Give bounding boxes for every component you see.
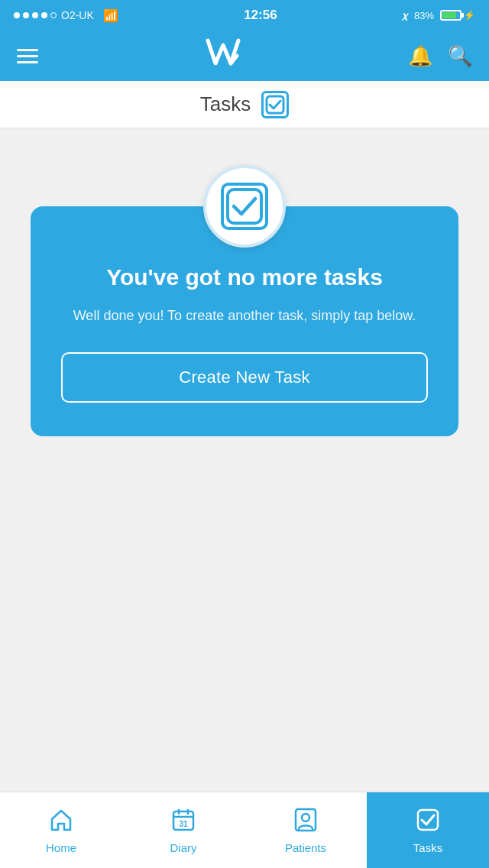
diary-icon: 31: [170, 807, 196, 837]
lightning-icon: ⚡: [464, 10, 475, 21]
wifi-icon: 📶: [103, 8, 118, 23]
battery-percent: 83%: [414, 10, 434, 21]
task-card: You've got no more tasks Well done you! …: [31, 206, 458, 436]
battery-icon: [440, 10, 461, 21]
battery-container: ⚡: [440, 10, 475, 21]
navbar: 🔔 🔍: [0, 31, 489, 81]
patients-icon: [293, 807, 319, 837]
title-check-svg: [265, 95, 285, 115]
carrier-label: O2-UK: [61, 9, 94, 21]
svg-point-8: [302, 814, 309, 821]
signal-dot-5: [50, 12, 57, 18]
tab-tasks-label: Tasks: [413, 841, 442, 854]
create-new-task-button[interactable]: Create New Task: [61, 352, 428, 403]
card-check-icon: [221, 183, 268, 230]
signal-dot-4: [41, 12, 47, 18]
page-header: Tasks: [0, 81, 489, 128]
signal-dots: [14, 12, 57, 18]
card-icon-wrapper: [203, 165, 286, 248]
hamburger-line-2: [17, 55, 38, 57]
tab-home-label: Home: [46, 841, 76, 854]
hamburger-line-3: [17, 61, 38, 63]
app-wrapper: O2-UK 📶 12:56 𝟀 83% ⚡: [0, 0, 489, 868]
home-icon: [48, 807, 74, 837]
tab-tasks[interactable]: Tasks: [367, 792, 489, 868]
status-right: 𝟀 83% ⚡: [403, 9, 475, 21]
search-icon[interactable]: 🔍: [448, 44, 472, 68]
app-logo: [203, 34, 243, 78]
signal-dot-1: [14, 12, 20, 18]
page-title: Tasks: [200, 92, 251, 116]
tab-home[interactable]: Home: [0, 792, 122, 868]
hamburger-button[interactable]: [17, 49, 38, 63]
tab-diary[interactable]: 31 Diary: [122, 792, 244, 868]
logo-svg: [203, 34, 243, 71]
signal-dot-2: [23, 12, 29, 18]
tab-patients-label: Patients: [285, 841, 326, 854]
card-subtext: Well done you! To create another task, s…: [73, 306, 416, 326]
tab-patients[interactable]: Patients: [244, 792, 367, 868]
svg-text:31: 31: [179, 820, 188, 828]
tab-diary-label: Diary: [170, 841, 196, 854]
status-time: 12:56: [244, 8, 277, 23]
nav-icons: 🔔 🔍: [408, 44, 472, 68]
tasks-icon: [415, 807, 441, 837]
tab-bar: Home 31 Diary P: [0, 792, 489, 868]
status-left: O2-UK 📶: [14, 8, 118, 23]
notification-icon[interactable]: 🔔: [408, 44, 432, 68]
battery-fill: [442, 12, 456, 18]
card-heading: You've got no more tasks: [106, 263, 383, 292]
status-bar: O2-UK 📶 12:56 𝟀 83% ⚡: [0, 0, 489, 31]
page-title-icon: [261, 91, 289, 118]
bluetooth-icon: 𝟀: [403, 9, 408, 21]
signal-dot-3: [32, 12, 38, 18]
hamburger-line-1: [17, 49, 38, 51]
main-content: You've got no more tasks Well done you! …: [0, 128, 489, 452]
card-check-svg: [225, 186, 264, 226]
content-area: You've got no more tasks Well done you! …: [0, 128, 489, 868]
